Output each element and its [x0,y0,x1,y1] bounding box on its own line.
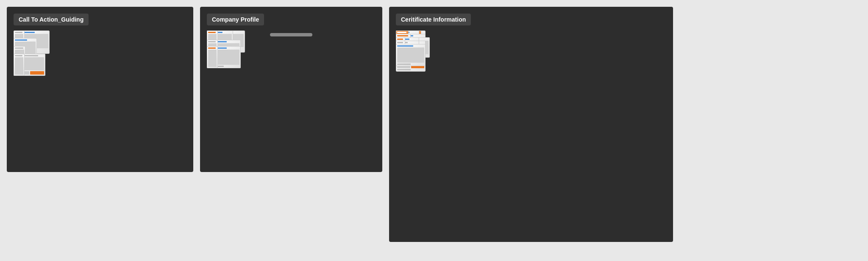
board-company-profile[interactable]: Company Profile view edit [200,7,382,172]
thumb [396,44,426,66]
board-certificate-information[interactable]: Ceritificate Information [389,7,673,242]
board-title-call-to-action: Call To Action_Guiding [14,14,89,25]
board-title-company-profile: Company Profile [207,14,264,25]
board-content-call-to-action: INTRO SIGN IN [14,31,186,182]
board-content-company-profile: view edit [207,31,376,182]
thumb [14,54,25,76]
board-call-to-action[interactable]: Call To Action_Guiding INTRO [7,7,193,172]
board-content-certificate [396,31,666,234]
thumb [207,46,218,68]
board-title-certificate-information: Ceritificate Information [396,14,471,25]
